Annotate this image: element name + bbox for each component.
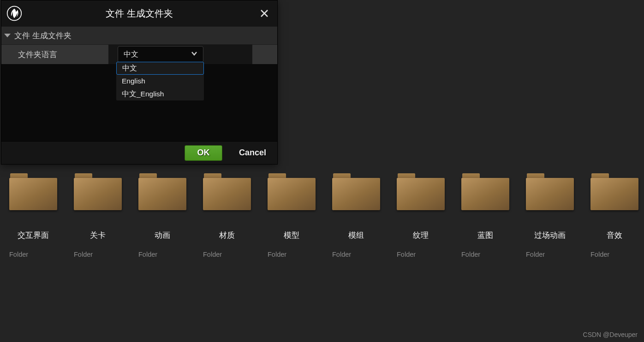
folder-name: 过场动画 <box>534 230 566 241</box>
folder-icon <box>268 173 316 211</box>
folder-type: Folder <box>590 251 609 258</box>
content-folder-grid: 交互界面Folder关卡Folder动画Folder材质Folder模型Fold… <box>9 173 644 258</box>
folder-type: Folder <box>526 251 545 258</box>
folder-item[interactable]: 蓝图Folder <box>461 173 509 258</box>
folder-name: 纹理 <box>413 230 429 241</box>
section-header[interactable]: 文件 生成文件夹 <box>1 26 277 45</box>
close-button[interactable] <box>256 5 273 22</box>
folder-name: 模组 <box>348 230 364 241</box>
dialog-title: 文件 生成文件夹 <box>1 7 277 20</box>
folder-name: 材质 <box>219 230 235 241</box>
dropdown-option-2[interactable]: 中文_English <box>116 88 204 100</box>
folder-icon <box>397 173 445 211</box>
folder-icon <box>526 173 574 211</box>
folder-item[interactable]: 纹理Folder <box>397 173 445 258</box>
folder-name: 动画 <box>155 230 170 241</box>
folder-type: Folder <box>332 251 351 258</box>
folder-icon <box>138 173 186 211</box>
folder-icon <box>74 173 122 211</box>
folder-item[interactable]: 模型Folder <box>268 173 316 258</box>
chevron-down-icon <box>191 50 197 59</box>
cancel-button[interactable]: Cancel <box>239 148 266 158</box>
folder-item[interactable]: 交互界面Folder <box>9 173 57 258</box>
section-title: 文件 生成文件夹 <box>14 30 72 41</box>
dropdown-selected: 中文 <box>124 50 138 59</box>
folder-type: Folder <box>461 251 480 258</box>
folder-name: 音效 <box>607 230 622 241</box>
folder-icon <box>203 173 251 211</box>
folder-icon <box>461 173 509 211</box>
folder-icon <box>9 173 57 211</box>
titlebar[interactable]: 文件 生成文件夹 <box>1 0 277 26</box>
ok-button[interactable]: OK <box>185 145 222 161</box>
language-dropdown[interactable]: 中文 <box>118 46 203 63</box>
folder-type: Folder <box>74 251 93 258</box>
folder-name: 交互界面 <box>18 230 49 241</box>
folder-type: Folder <box>138 251 157 258</box>
folder-item[interactable]: 动画Folder <box>138 173 186 258</box>
folder-item[interactable]: 过场动画Folder <box>526 173 574 258</box>
folder-icon <box>590 173 638 211</box>
language-dropdown-list: 中文 English 中文_English <box>116 62 204 100</box>
folder-item[interactable]: 关卡Folder <box>74 173 122 258</box>
folder-item[interactable]: 模组Folder <box>332 173 380 258</box>
field-row: 文件夹语言 中文 <box>1 45 277 64</box>
folder-item[interactable]: 音效Folder <box>590 173 638 258</box>
folder-type: Folder <box>397 251 416 258</box>
folder-item[interactable]: 材质Folder <box>203 173 251 258</box>
folder-name: 关卡 <box>90 230 106 241</box>
button-row: OK Cancel <box>1 141 277 164</box>
folder-name: 蓝图 <box>477 230 493 241</box>
folder-type: Folder <box>9 251 28 258</box>
folder-type: Folder <box>268 251 286 258</box>
dropdown-option-1[interactable]: English <box>116 75 204 88</box>
field-label: 文件夹语言 <box>1 45 108 64</box>
folder-icon <box>332 173 380 211</box>
unreal-logo-icon <box>5 4 24 23</box>
caret-down-icon <box>4 34 11 37</box>
folder-type: Folder <box>203 251 222 258</box>
watermark: CSDN @Deveuper <box>583 331 638 338</box>
dropdown-option-0[interactable]: 中文 <box>116 62 204 75</box>
folder-name: 模型 <box>284 230 299 241</box>
